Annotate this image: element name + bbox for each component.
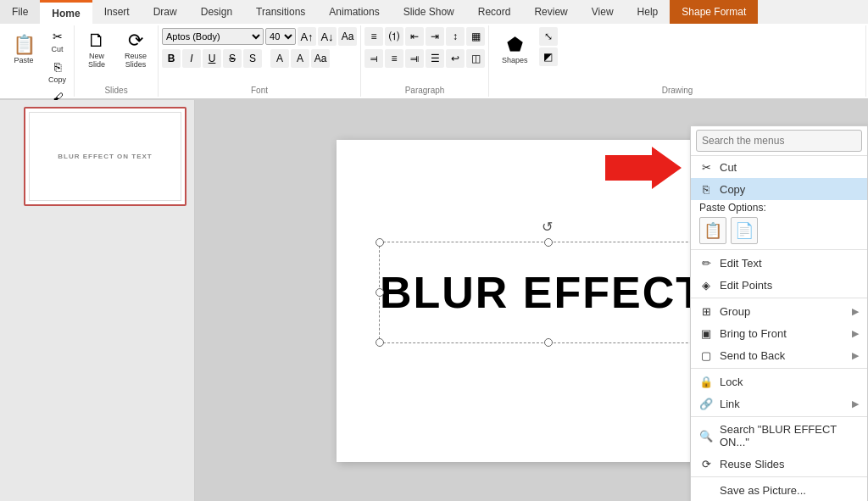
tab-home[interactable]: Home xyxy=(40,0,92,24)
tab-slideshow[interactable]: Slide Show xyxy=(392,0,466,24)
font-label: Font xyxy=(162,85,357,97)
tab-view[interactable]: View xyxy=(580,0,626,24)
slide-thumb-content: BLUR EFFECT ON TEXT xyxy=(29,112,181,201)
justify-button[interactable]: ☰ xyxy=(426,49,444,68)
edit-points-icon: ◈ xyxy=(699,278,713,292)
align-right-button[interactable]: ⫥ xyxy=(405,49,424,68)
font-name-select[interactable]: Aptos (Body) xyxy=(162,28,264,45)
handle-top-left[interactable] xyxy=(376,238,384,247)
handle-middle-left[interactable] xyxy=(376,288,384,297)
tab-transitions[interactable]: Transitions xyxy=(244,0,317,24)
paste-icons-row: 📋 📄 xyxy=(699,217,859,244)
copy-button[interactable]: ⎘ Copy xyxy=(44,58,70,86)
tab-help[interactable]: Help xyxy=(626,0,670,24)
tab-design[interactable]: Design xyxy=(189,0,244,24)
paste-button[interactable]: 📋 Paste xyxy=(5,27,42,73)
text-highlight-button[interactable]: A xyxy=(291,49,309,68)
numbered-list-button[interactable]: ⑴ xyxy=(385,27,403,46)
ribbon: 📋 Paste ✂ Cut ⎘ Copy 🖌 Clipboard xyxy=(0,24,868,100)
increase-indent-button[interactable]: ⇥ xyxy=(426,27,444,46)
menu-item-save-picture[interactable]: Save as Picture... xyxy=(691,479,867,501)
lock-label: Lock xyxy=(720,376,859,388)
menu-item-reuse-slides[interactable]: ⟳ Reuse Slides xyxy=(691,453,867,475)
handle-bottom-left[interactable] xyxy=(376,338,384,347)
menu-item-edit-points[interactable]: ◈ Edit Points xyxy=(691,274,867,296)
tab-animations[interactable]: Animations xyxy=(317,0,391,24)
save-picture-icon xyxy=(699,483,713,497)
copy-menu-label: Copy xyxy=(720,183,859,196)
edit-points-label: Edit Points xyxy=(720,279,859,292)
text-direction-button[interactable]: ↩ xyxy=(446,49,465,68)
text-box[interactable]: ↺ BLUR EFFECT O xyxy=(379,242,718,343)
slides-group: 🗋 New Slide ⟳ Reuse Slides Slides xyxy=(75,25,159,97)
underline-button[interactable]: U xyxy=(203,49,221,68)
handle-bottom-middle[interactable] xyxy=(544,338,553,347)
quick-styles-button[interactable]: ◩ xyxy=(539,47,558,66)
menu-item-cut[interactable]: ✂ Cut xyxy=(691,156,867,178)
menu-item-group[interactable]: ⊞ Group ▶ xyxy=(691,300,867,322)
reuse-slides-menu-label: Reuse Slides xyxy=(720,458,859,470)
shapes-icon: ⬟ xyxy=(507,36,523,54)
drawing-label: Drawing xyxy=(492,85,862,97)
menu-search-input[interactable] xyxy=(696,130,862,152)
menu-item-copy[interactable]: ⎘ Copy xyxy=(691,178,867,200)
shadow-button[interactable]: S xyxy=(243,49,262,68)
menu-item-edit-text[interactable]: ✏ Edit Text xyxy=(691,252,867,274)
bring-front-label: Bring to Front xyxy=(720,327,845,340)
new-slide-icon: 🗋 xyxy=(87,31,106,50)
menu-search-container xyxy=(691,126,867,156)
tab-shape-format[interactable]: Shape Format xyxy=(670,0,758,24)
slide-thumbnail[interactable]: BLUR EFFECT ON TEXT xyxy=(24,107,186,206)
italic-button[interactable]: I xyxy=(182,49,201,68)
font-group: Aptos (Body) 40 A↑ A↓ Aa B I U S S A A A… xyxy=(159,25,361,97)
reuse-slides-button[interactable]: ⟳ Reuse Slides xyxy=(117,27,154,73)
align-center-button[interactable]: ≡ xyxy=(385,49,403,68)
line-spacing-button[interactable]: ↕ xyxy=(446,27,465,46)
bring-front-icon: ▣ xyxy=(699,326,713,340)
font-size-select[interactable]: 40 xyxy=(265,28,296,45)
font-decrease-button[interactable]: A↓ xyxy=(318,27,337,46)
paste-keep-source[interactable]: 📋 xyxy=(699,217,726,244)
canvas-area: ↺ BLUR EFFECT O ✂ Cut ⎘ xyxy=(195,100,868,501)
font-color-button[interactable]: A xyxy=(270,49,289,68)
separator-2 xyxy=(691,298,867,298)
menu-item-send-back[interactable]: ▢ Send to Back ▶ xyxy=(691,344,867,366)
strikethrough-button[interactable]: S xyxy=(223,49,242,68)
decrease-indent-button[interactable]: ⇤ xyxy=(405,27,424,46)
tab-insert[interactable]: Insert xyxy=(92,0,142,24)
tab-record[interactable]: Record xyxy=(466,0,523,24)
tab-draw[interactable]: Draw xyxy=(142,0,189,24)
shapes-button[interactable]: ⬟ Shapes xyxy=(492,27,537,73)
menu-item-lock[interactable]: 🔒 Lock xyxy=(691,370,867,392)
edit-text-icon: ✏ xyxy=(699,256,713,270)
copy-menu-icon: ⎘ xyxy=(699,182,713,196)
char-spacing-button[interactable]: Aa xyxy=(311,49,330,68)
copy-icon: ⎘ xyxy=(54,60,61,74)
link-icon: 🔗 xyxy=(699,397,713,410)
handle-top-middle[interactable] xyxy=(544,238,553,247)
group-arrow: ▶ xyxy=(852,306,859,317)
send-back-label: Send to Back xyxy=(720,349,845,362)
columns-button[interactable]: ▦ xyxy=(466,27,485,46)
group-label: Group xyxy=(720,305,845,318)
font-increase-button[interactable]: A↑ xyxy=(298,27,316,46)
tab-file[interactable]: File xyxy=(0,0,40,24)
bullets-button[interactable]: ≡ xyxy=(364,27,383,46)
tab-review[interactable]: Review xyxy=(522,0,579,24)
arrange-button[interactable]: ⤡ xyxy=(539,27,558,46)
smart-art-button[interactable]: ◫ xyxy=(466,49,485,68)
rotate-handle[interactable]: ↺ xyxy=(542,219,553,235)
slide-panel: 1 BLUR EFFECT ON TEXT xyxy=(0,100,195,501)
paste-merge-format[interactable]: 📄 xyxy=(731,217,758,244)
cut-button[interactable]: ✂ Cut xyxy=(44,27,70,56)
separator-5 xyxy=(691,476,867,477)
menu-item-search[interactable]: 🔍 Search "BLUR EFFECT ON..." xyxy=(691,419,867,453)
menu-item-bring-front[interactable]: ▣ Bring to Front ▶ xyxy=(691,322,867,344)
new-slide-button[interactable]: 🗋 New Slide xyxy=(78,27,115,73)
align-left-button[interactable]: ⫤ xyxy=(364,49,383,68)
menu-item-link[interactable]: 🔗 Link ▶ xyxy=(691,392,867,415)
bold-button[interactable]: B xyxy=(162,49,181,68)
search-menu-label: Search "BLUR EFFECT ON..." xyxy=(720,423,859,448)
main-area: 1 BLUR EFFECT ON TEXT xyxy=(0,100,868,501)
clear-format-button[interactable]: Aa xyxy=(338,27,357,46)
